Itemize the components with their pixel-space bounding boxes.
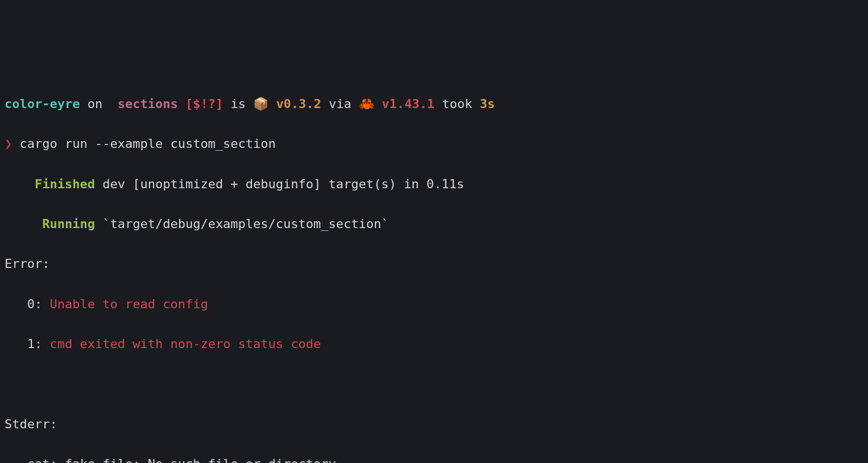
branch-name-text: sections — [118, 97, 178, 111]
shell-prompt: color-eyre on sections [$!?] is 📦 v0.3.2… — [5, 94, 863, 114]
running-label: Running — [42, 217, 95, 231]
cargo-finished: Finished dev [unoptimized + debuginfo] t… — [5, 174, 863, 194]
command-line[interactable]: ❯ cargo run --example custom_section — [5, 134, 863, 154]
via-text: via — [321, 97, 359, 111]
error-header: Error: — [5, 254, 863, 274]
package-icon: 📦 — [253, 97, 276, 111]
finished-label: Finished — [35, 177, 95, 191]
rust-version: v1.43.1 — [382, 97, 435, 111]
took-text: took — [435, 97, 480, 111]
error-item: 0: Unable to read config — [5, 294, 863, 314]
git-status: [$!?] — [178, 97, 223, 111]
stderr-body: cat: fake_file: No such file or director… — [5, 454, 863, 463]
running-text: `target/debug/examples/custom_section` — [95, 217, 389, 231]
stderr-header: Stderr: — [5, 414, 863, 434]
prompt-symbol: ❯ — [5, 137, 12, 151]
finished-text: dev [unoptimized + debuginfo] target(s) … — [95, 177, 464, 191]
error-index: 1: — [27, 337, 50, 351]
error-item: 1: cmd exited with non-zero status code — [5, 334, 863, 354]
duration: 3s — [480, 97, 495, 111]
on-text: on — [80, 97, 110, 111]
cargo-running: Running `target/debug/examples/custom_se… — [5, 214, 863, 234]
error-message: Unable to read config — [50, 297, 208, 311]
branch-name — [110, 97, 117, 111]
blank-line — [5, 374, 863, 394]
error-index: 0: — [27, 297, 50, 311]
command-text: cargo run --example custom_section — [12, 137, 276, 151]
error-message: cmd exited with non-zero status code — [50, 337, 321, 351]
package-version: v0.3.2 — [276, 97, 321, 111]
rust-icon: 🦀 — [359, 97, 382, 111]
project-name: color-eyre — [5, 97, 80, 111]
is-text: is — [223, 97, 253, 111]
